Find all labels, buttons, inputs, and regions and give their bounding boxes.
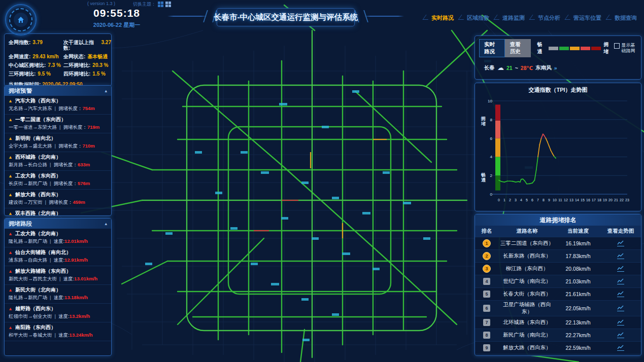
svg-text:8: 8 (490, 118, 493, 122)
trend-chart-icon[interactable] (617, 332, 624, 338)
list-item[interactable]: ▲汽车大路（西向东）无名路→汽车大路东|拥堵长度：754m (5, 96, 111, 115)
road-name-cell: 北环城路（西向东） (498, 354, 556, 356)
warning-triangle-icon: ▲ (8, 306, 13, 311)
version-label: ( version 1.3 ) (87, 1, 115, 6)
road-detail: 无名路→汽车大路东|拥堵长度：754m (8, 105, 108, 112)
trend-chart-icon[interactable] (617, 240, 624, 246)
list-item[interactable]: ▲工农大路（北向南）隆礼路→新民广场|速度:12.01km/h (5, 229, 111, 247)
list-item[interactable]: ▲越野路（西向东）红领巾街→创业大街|速度:13.2km/h (5, 304, 111, 322)
road-name: 仙台大街辅路（南向北） (15, 249, 71, 256)
list-item[interactable]: ▲新明街（南向北）全宇大路→盛北大路|拥堵长度：710m (5, 133, 111, 152)
table-row: 7北环城路（东向西）22.13km/h (475, 316, 641, 329)
warning-triangle-icon: ▲ (8, 98, 13, 103)
list-item[interactable]: ▲一零二国道（东向西）一零一省道→东荣大路|拥堵长度：719m (5, 115, 111, 133)
tab-history[interactable]: 查看历史 (505, 39, 531, 57)
trend-chart-icon[interactable] (617, 305, 624, 311)
road-detail: 和平大街→春城大街|速度:13.24km/h (8, 332, 108, 339)
list-item[interactable]: ▲解放大路（西向东）建设街→万宝街|拥堵长度：459m (5, 190, 111, 208)
col-rank: 排名 (475, 226, 498, 237)
road-name: 西环城路（北向南） (15, 154, 61, 161)
stat-label: 中心城区拥堵比: (9, 62, 46, 68)
axis-label-free: 畅通 (481, 172, 486, 183)
svg-text:9: 9 (548, 198, 550, 202)
rank-badge: 3 (483, 265, 491, 273)
rank-badge: 8 (483, 332, 490, 339)
nav-region-index[interactable]: 区域指数 (467, 14, 489, 22)
svg-text:21: 21 (614, 198, 618, 202)
dashboard: ( version 1.3 ) 切换主题： 09:55:18 2020-06-2… (0, 0, 644, 362)
tab-realtime[interactable]: 实时路况 (479, 39, 505, 57)
speed-cell: 21.03km/h (556, 275, 600, 288)
metric-value: 459m (73, 199, 85, 205)
rank-badge: 1 (483, 239, 491, 247)
trend-chart-icon[interactable] (617, 266, 624, 272)
road-name: 双丰西路（北向南） (15, 210, 61, 216)
clock: 09:55:18 (51, 7, 183, 19)
list-item[interactable]: ▲双丰西路（北向南）富民大街→站前街|拥堵长度：459m (5, 208, 111, 216)
warning-triangle-icon: ▲ (8, 136, 13, 141)
svg-text:22: 22 (620, 198, 624, 202)
list-item[interactable]: ▲南阳路（东向西）和平大街→春城大街|速度:13.24km/h (5, 322, 111, 341)
metric-value: 754m (82, 105, 94, 111)
svg-text:4: 4 (490, 155, 493, 159)
stat-label: 四环拥堵比: (63, 71, 90, 77)
home-icon (17, 16, 25, 24)
trend-chart-icon[interactable] (617, 253, 624, 259)
svg-text:3: 3 (515, 198, 517, 202)
roadview-controls: 实时路况 查看历史 畅通 拥堵 显示基础路网 (475, 36, 641, 57)
road-name: 南阳路（东向西） (15, 324, 56, 331)
rank-badge: 4 (483, 278, 490, 285)
stat-label: 三环拥堵比: (9, 71, 36, 77)
col-trend: 查看走势图 (600, 226, 641, 237)
theme-light-icon[interactable] (165, 2, 171, 7)
ranking-title: 道路拥堵排名 (475, 214, 641, 226)
collapse-icon[interactable] (105, 86, 107, 96)
table-row: 2长新东路（西向东）17.83km/h (475, 250, 641, 263)
speed-cell: 22.13km/h (556, 316, 600, 329)
weather-more-icon[interactable]: » (554, 65, 557, 71)
checkbox-icon[interactable] (614, 43, 620, 49)
metric-value: 13.01km/h (74, 276, 97, 281)
svg-text:5: 5 (526, 198, 528, 202)
trend-chart-icon[interactable] (617, 319, 624, 325)
warning-list: ▲汽车大路（西向东）无名路→汽车大路东|拥堵长度：754m▲一零二国道（东向西）… (5, 96, 111, 216)
home-button[interactable] (5, 4, 37, 35)
collapse-icon[interactable] (105, 219, 107, 229)
svg-text:15: 15 (581, 198, 585, 202)
stat-value: 9.5 % (38, 71, 51, 77)
list-item[interactable]: ▲解放大路辅路（东向西）新民大街→西民主大街|速度:13.01km/h (5, 266, 111, 285)
road-name-cell: 柳江路（东向西） (498, 263, 556, 275)
nav-node-analysis[interactable]: 节点分析 (538, 14, 560, 22)
list-item[interactable]: ▲西环城路（北向南）新月路→长白公路|拥堵长度：633m (5, 152, 111, 171)
col-road: 道路名称 (498, 226, 556, 237)
trend-chart-icon[interactable] (617, 278, 624, 284)
table-row: 6卫星广场辅路（西向东）22.05km/h (475, 301, 641, 316)
list-item[interactable]: ▲仙台大街辅路（南向北）浦东路→自由大路|速度:12.91km/h (5, 247, 111, 266)
trend-chart-icon[interactable] (617, 291, 624, 297)
road-detail: 建设街→万宝街|拥堵长度：459m (8, 199, 108, 206)
axis-label-jam: 拥堵 (481, 116, 486, 126)
base-network-toggle[interactable]: 显示基础路网 (614, 43, 637, 54)
weather-city: 长春 (484, 64, 495, 71)
theme-dark-icon[interactable] (158, 2, 163, 7)
svg-text:17: 17 (592, 198, 596, 202)
stat-value: 29.43 km/h (32, 54, 58, 59)
list-item[interactable]: ▲新民大街（北向南）隆礼路→新民广场|速度:13.18km/h (5, 285, 111, 304)
road-detail: 隆礼路→新民广场|速度:12.01km/h (8, 238, 108, 245)
nav-realtime-traffic[interactable]: 实时路况 (431, 14, 454, 22)
main-nav: 实时路况 区域指数 道路监测 节点分析 营运车位置 数据查询 (431, 14, 637, 22)
road-name-cell: 新民广场（南向北） (498, 329, 556, 342)
nav-data-query[interactable]: 数据查询 (615, 14, 637, 22)
stat-value: 3.79 (32, 40, 42, 45)
roadview-control-panel: 实时路况 查看历史 畅通 拥堵 显示基础路网 长春 ☁ 21 ~ 28℃ 东南风… (474, 35, 641, 80)
warning-triangle-icon: ▲ (8, 155, 13, 160)
checkbox-label: 显示基础路网 (622, 43, 637, 54)
table-row: 8新民广场（南向北）22.27km/h (475, 329, 641, 342)
nav-road-monitor[interactable]: 道路监测 (502, 14, 525, 22)
trend-chart-icon[interactable] (617, 345, 624, 351)
list-item[interactable]: ▲工农大路（东向西）长庆街→新民广场|拥堵长度：576m (5, 171, 111, 190)
stats-grid: 全网指数:3.79 次干道以上指数:3.27 全网速度:29.43 km/h 全… (5, 37, 111, 79)
table-row: 9解放大路（西向东）22.59km/h (475, 342, 641, 354)
nav-vehicle-location[interactable]: 营运车位置 (573, 14, 601, 22)
table-row: 5长春大街（东向西）21.61km/h (475, 288, 641, 301)
